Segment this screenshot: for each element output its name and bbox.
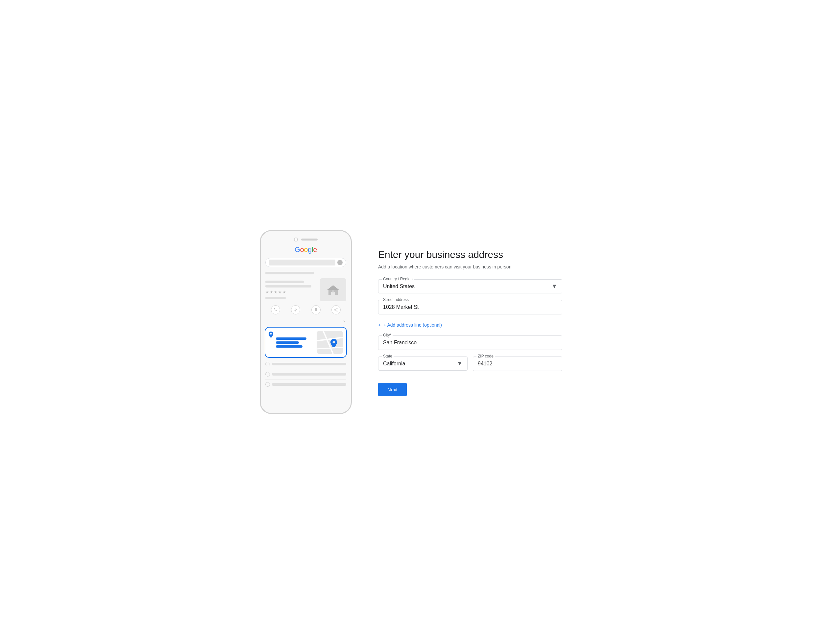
country-label: Country / Region xyxy=(382,277,414,281)
bottom-items xyxy=(265,362,346,387)
svg-marker-4 xyxy=(294,308,297,311)
city-input[interactable] xyxy=(383,339,557,347)
city-field-group: City* xyxy=(378,336,562,350)
street-field-wrapper: Street address xyxy=(378,300,562,314)
stars-row: ★ ★ ★ ★ ★ xyxy=(265,290,317,294)
state-label: State xyxy=(382,354,393,359)
logo-o1: o xyxy=(300,245,304,254)
street-input[interactable] xyxy=(383,303,557,311)
state-field-group: State California New York Texas Florida … xyxy=(378,357,467,371)
card-left xyxy=(276,337,314,348)
next-button[interactable]: Next xyxy=(378,383,407,396)
bottom-skel-1 xyxy=(272,363,346,365)
map-pin-icon xyxy=(330,339,337,349)
chevron-right-icon: › xyxy=(265,318,346,324)
star-4: ★ xyxy=(278,290,282,294)
phone-search-input xyxy=(269,259,335,265)
skeleton-3 xyxy=(265,285,311,287)
map-svg xyxy=(317,331,343,354)
form-side: Enter your business address Add a locati… xyxy=(378,248,562,396)
main-container: Google ★ ★ ★ ★ ★ xyxy=(230,230,592,414)
logo-o2: o xyxy=(304,245,308,254)
country-field-wrapper: Country / Region United States Canada Un… xyxy=(378,279,562,293)
card-line-1 xyxy=(276,337,306,340)
card-line-3 xyxy=(276,345,303,348)
page-subtitle: Add a location where customers can visit… xyxy=(378,264,562,270)
svg-rect-10 xyxy=(317,331,343,354)
logo-g2: g xyxy=(308,245,312,254)
bottom-row-1 xyxy=(265,362,346,366)
zip-label: ZIP code xyxy=(476,354,495,359)
city-field-wrapper: City* xyxy=(378,336,562,350)
skeleton-2 xyxy=(265,281,304,283)
svg-marker-1 xyxy=(327,285,339,290)
zip-field-wrapper: ZIP code xyxy=(473,357,562,371)
bottom-row-3 xyxy=(265,382,346,387)
store-icon xyxy=(326,283,340,296)
state-field-wrapper: State California New York Texas Florida … xyxy=(378,357,467,371)
country-select[interactable]: United States Canada United Kingdom xyxy=(383,282,557,290)
action-direction-icon xyxy=(291,305,300,314)
phone-content-row: ★ ★ ★ ★ ★ xyxy=(265,278,346,301)
business-card-mock xyxy=(320,278,346,301)
zip-field-group: ZIP code xyxy=(473,357,562,371)
svg-line-8 xyxy=(335,308,337,310)
bottom-icon-1 xyxy=(265,362,270,366)
add-address-line-button[interactable]: + + Add address line (optional) xyxy=(378,321,442,329)
logo-e: e xyxy=(313,245,317,254)
street-field-group: Street address xyxy=(378,300,562,314)
phone-speaker xyxy=(301,239,318,241)
page-title: Enter your business address xyxy=(378,248,562,261)
card-line-2 xyxy=(276,341,299,344)
highlight-card xyxy=(265,327,347,358)
action-icons-row xyxy=(265,305,346,314)
skeleton-4 xyxy=(265,297,286,299)
action-save-icon xyxy=(311,305,321,314)
country-field-group: Country / Region United States Canada Un… xyxy=(378,279,562,293)
bottom-row-2 xyxy=(265,372,346,377)
phone-camera xyxy=(294,238,298,241)
phone-search-icon xyxy=(337,260,343,265)
state-zip-row: State California New York Texas Florida … xyxy=(378,357,562,377)
city-label: City* xyxy=(382,333,393,337)
add-line-plus-icon: + xyxy=(378,322,381,328)
action-call-icon xyxy=(271,305,280,314)
star-2: ★ xyxy=(270,290,273,294)
svg-rect-3 xyxy=(332,290,334,293)
bottom-icon-3 xyxy=(265,382,270,387)
svg-line-9 xyxy=(335,310,337,311)
card-pin-icon xyxy=(269,331,273,339)
phone-mockup: Google ★ ★ ★ ★ ★ xyxy=(260,230,352,414)
skeleton-1 xyxy=(265,272,314,274)
state-select[interactable]: California New York Texas Florida xyxy=(383,359,462,368)
star-1: ★ xyxy=(265,290,269,294)
add-line-label: + Add address line (optional) xyxy=(383,322,442,328)
phone-search-bar xyxy=(265,258,346,267)
bottom-icon-2 xyxy=(265,372,270,377)
bottom-skel-3 xyxy=(272,383,346,386)
phone-top-bar xyxy=(265,238,346,241)
mini-map xyxy=(317,331,343,354)
bottom-skel-2 xyxy=(272,373,346,376)
street-label: Street address xyxy=(382,297,410,302)
google-logo: Google xyxy=(265,245,346,254)
logo-g: G xyxy=(295,245,300,254)
star-3: ★ xyxy=(274,290,278,294)
star-5: ★ xyxy=(283,290,286,294)
phone-illustration: Google ★ ★ ★ ★ ★ xyxy=(260,230,352,414)
zip-input[interactable] xyxy=(478,359,557,368)
action-share-icon xyxy=(332,305,341,314)
